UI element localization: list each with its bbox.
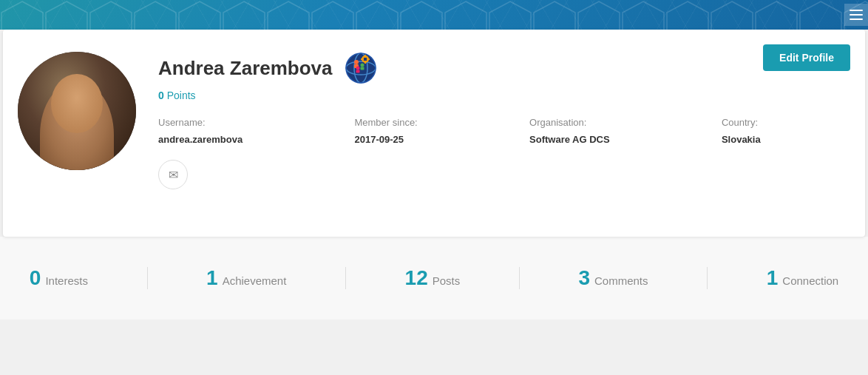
stat-label-connection: Connection: [782, 274, 838, 287]
stat-num-achievement: 1: [206, 266, 218, 290]
username-label: Username:: [158, 117, 332, 128]
member-since-label: Member since:: [354, 117, 507, 128]
menu-line-2: [850, 14, 863, 16]
avatar-image: [18, 52, 136, 170]
stat-item-comments[interactable]: 3Comments: [578, 266, 648, 290]
stat-divider: [707, 267, 708, 289]
stat-num-posts: 12: [405, 266, 428, 290]
stat-item-interests[interactable]: 0Interests: [30, 266, 88, 290]
svg-point-10: [354, 60, 359, 64]
stats-bar: 0Interests1Achievement12Posts3Comments1C…: [0, 237, 868, 320]
points-display: 0 Points: [158, 89, 196, 101]
stat-divider: [147, 267, 148, 289]
stat-item-achievement[interactable]: 1Achievement: [206, 266, 286, 290]
svg-rect-13: [360, 67, 364, 70]
profile-name: Andrea Zarembova: [158, 57, 333, 80]
stat-label-interests: Interests: [45, 274, 88, 287]
stat-item-posts[interactable]: 12Posts: [405, 266, 461, 290]
points-number: 0: [158, 89, 164, 101]
svg-rect-6: [365, 55, 366, 58]
svg-rect-7: [365, 61, 366, 64]
stat-num-connection: 1: [767, 266, 779, 290]
menu-line-1: [850, 10, 863, 11]
country-label: Country:: [722, 117, 850, 128]
name-row: Andrea Zarembova: [158, 52, 850, 84]
organisation-label: Organisation:: [529, 117, 699, 128]
svg-rect-8: [361, 58, 364, 60]
stat-divider: [345, 267, 346, 289]
profile-info: Andrea Zarembova: [136, 44, 850, 189]
stat-label-achievement: Achievement: [223, 274, 287, 287]
svg-point-5: [363, 58, 367, 61]
points-row: 0 Points: [158, 89, 850, 102]
stat-label-posts: Posts: [433, 274, 461, 287]
meta-grid: Username: Member since: Organisation: Co…: [158, 117, 850, 145]
username-value: andrea.zarembova: [158, 134, 332, 145]
svg-point-12: [360, 64, 364, 67]
member-since-value: 2017-09-25: [354, 134, 507, 145]
points-label: Points: [167, 89, 196, 101]
organisation-value: Software AG DCS: [529, 134, 699, 145]
stat-num-interests: 0: [30, 266, 41, 290]
country-value: Slovakia: [722, 134, 850, 145]
svg-rect-15: [356, 70, 359, 73]
stat-divider: [519, 267, 520, 289]
svg-point-14: [356, 67, 359, 70]
hex-pattern: [0, 0, 868, 30]
stat-item-connection[interactable]: 1Connection: [767, 266, 838, 290]
banner: [0, 0, 868, 30]
stat-num-comments: 3: [578, 266, 590, 290]
menu-line-3: [850, 18, 863, 20]
badge-icon: [345, 52, 377, 84]
avatar: [18, 52, 136, 170]
edit-profile-button[interactable]: Edit Profile: [763, 44, 850, 71]
stat-label-comments: Comments: [594, 274, 648, 287]
profile-card: Andrea Zarembova: [3, 30, 865, 237]
email-button[interactable]: ✉: [158, 160, 188, 189]
svg-rect-9: [367, 58, 370, 60]
menu-button[interactable]: [844, 4, 868, 26]
email-icon: ✉: [169, 168, 178, 182]
